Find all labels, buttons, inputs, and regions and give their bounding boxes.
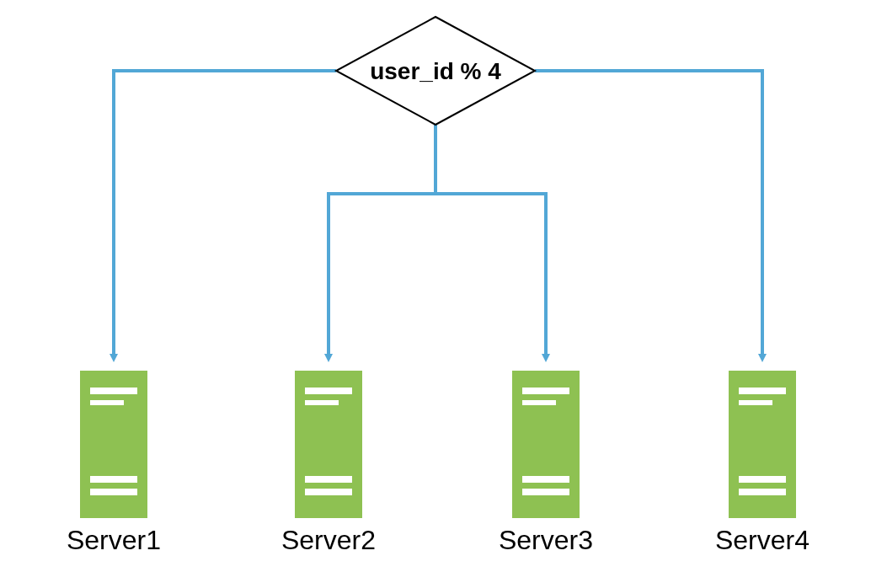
server-label: Server2 <box>281 525 376 555</box>
server-icon <box>80 371 147 518</box>
server-node-4: Server4 <box>715 371 810 555</box>
svg-rect-17 <box>739 388 786 394</box>
server-label: Server3 <box>499 525 593 555</box>
svg-rect-3 <box>90 400 124 405</box>
connector-server4 <box>535 71 762 358</box>
server-label: Server4 <box>715 525 810 555</box>
svg-rect-2 <box>90 388 137 394</box>
server-icon <box>729 371 796 518</box>
svg-rect-8 <box>305 400 339 405</box>
svg-rect-14 <box>522 476 569 483</box>
server-label: Server1 <box>67 525 161 555</box>
decision-label: user_id % 4 <box>370 58 501 84</box>
connector-server1 <box>114 71 336 358</box>
connector-server2 <box>329 194 436 358</box>
decision-node: user_id % 4 <box>336 17 535 125</box>
svg-rect-4 <box>90 476 137 483</box>
connector-server3 <box>436 194 546 358</box>
svg-rect-18 <box>739 400 772 405</box>
svg-rect-15 <box>522 489 569 495</box>
svg-rect-12 <box>522 388 569 394</box>
svg-rect-7 <box>305 388 352 394</box>
svg-rect-9 <box>305 476 352 483</box>
svg-rect-10 <box>305 489 352 495</box>
server-node-1: Server1 <box>67 371 161 555</box>
server-node-3: Server3 <box>499 371 593 555</box>
server-node-2: Server2 <box>281 371 376 555</box>
svg-rect-19 <box>739 476 786 483</box>
svg-rect-20 <box>739 489 786 495</box>
svg-rect-5 <box>90 489 137 495</box>
sharding-diagram: user_id % 4 Server1 Server2 <box>0 0 871 588</box>
server-icon <box>512 371 580 518</box>
server-icon <box>295 371 362 518</box>
svg-rect-13 <box>522 400 556 405</box>
